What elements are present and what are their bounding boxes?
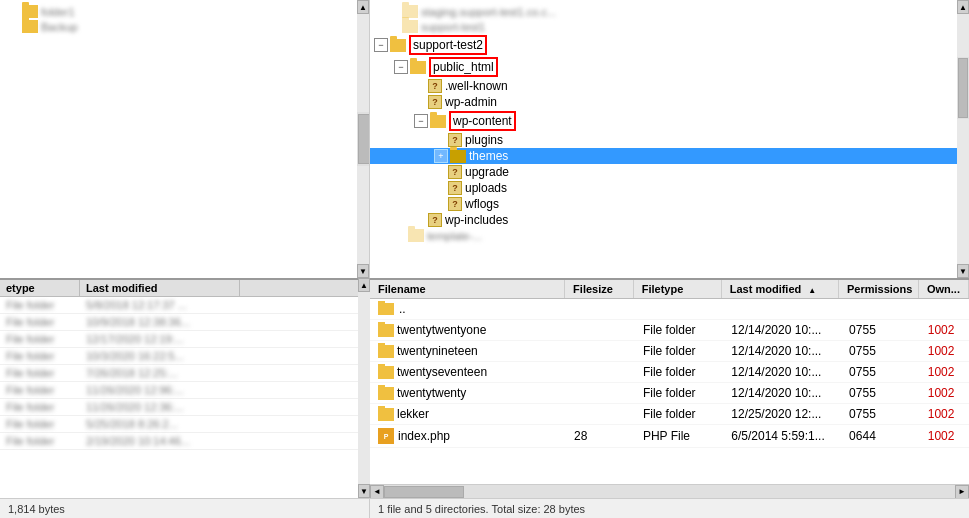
scroll-thumb[interactable] xyxy=(358,114,369,164)
question-icon: ? xyxy=(448,133,462,147)
left-cell-type: File folder xyxy=(0,434,80,448)
right-panel: staging.support-test1.co.c... support-te… xyxy=(370,0,969,518)
owner-cell: 1002 xyxy=(920,428,969,444)
filetype-cell: File folder xyxy=(635,364,723,380)
tree-node-staging[interactable]: staging.support-test1.co.c... xyxy=(370,4,969,19)
filesize-cell xyxy=(566,329,635,331)
list-item[interactable]: File folder 5/25/2018 8:26:2... xyxy=(0,416,369,433)
etype-col-header: etype xyxy=(0,280,80,296)
list-item[interactable]: File folder 7/26/2018 12:25:... xyxy=(0,365,369,382)
file-name-cell: lekker xyxy=(370,406,566,422)
permissions-col-header[interactable]: Permissions xyxy=(839,280,919,298)
filetype-col-header[interactable]: Filetype xyxy=(634,280,722,298)
left-cell-type: File folder xyxy=(0,315,80,329)
collapse-icon[interactable]: − xyxy=(394,60,408,74)
file-row-twentyseventeen[interactable]: twentyseventeen File folder 12/14/2020 1… xyxy=(370,362,969,383)
left-cell-type: File folder xyxy=(0,383,80,397)
node-label-wp-includes: wp-includes xyxy=(445,213,508,227)
scroll-down-btn2[interactable]: ▼ xyxy=(358,484,369,498)
scroll-thumb3[interactable] xyxy=(958,58,968,118)
list-item[interactable]: File folder 2/19/2020 10:14:46... xyxy=(0,433,369,450)
last-modified-col-header: Last modified xyxy=(80,280,240,296)
hscroll-track[interactable] xyxy=(384,485,955,498)
folder-icon xyxy=(378,387,394,400)
filetype-cell: File folder xyxy=(635,385,723,401)
tree-node-well-known[interactable]: ? .well-known xyxy=(370,78,969,94)
collapse-icon[interactable]: − xyxy=(374,38,388,52)
scroll-up-btn2[interactable]: ▲ xyxy=(358,278,369,292)
scroll-left-btn[interactable]: ◄ xyxy=(370,485,384,499)
tree-node-wp-includes[interactable]: ? wp-includes xyxy=(370,212,969,228)
file-list-header: Filename Filesize Filetype Last modified… xyxy=(370,280,969,299)
node-label-upgrade: upgrade xyxy=(465,165,509,179)
owner-col-header[interactable]: Own... xyxy=(919,280,969,298)
php-file-icon: P xyxy=(378,428,394,444)
file-row-lekker[interactable]: lekker File folder 12/25/2020 12:... 075… xyxy=(370,404,969,425)
file-row-parent[interactable]: .. xyxy=(370,299,969,320)
list-item[interactable]: File folder 10/9/2018 12:38:36... xyxy=(0,314,369,331)
modified-cell: 6/5/2014 5:59:1... xyxy=(723,428,841,444)
last-modified-col-header[interactable]: Last modified ▲ xyxy=(722,280,839,298)
filename-text: twentytwenty xyxy=(397,386,466,400)
folder-icon xyxy=(378,366,394,379)
right-top-vscroll[interactable]: ▲ ▼ xyxy=(957,0,969,278)
scroll-up-btn3[interactable]: ▲ xyxy=(957,0,969,14)
permissions-cell: 0755 xyxy=(841,406,920,422)
file-row-twentynineteen[interactable]: twentynineteen File folder 12/14/2020 10… xyxy=(370,341,969,362)
left-bottom-vscroll[interactable]: ▲ ▼ xyxy=(358,278,369,498)
node-label-wp-admin: wp-admin xyxy=(445,95,497,109)
left-list-body[interactable]: File folder 5/8/2018 12:17:37 ... File f… xyxy=(0,297,369,493)
permissions-cell: 0755 xyxy=(841,322,920,338)
question-icon: ? xyxy=(428,213,442,227)
hscroll-bar[interactable]: ◄ ► xyxy=(370,484,969,498)
owner-cell: 1002 xyxy=(920,385,969,401)
list-item[interactable]: File folder 5/8/2018 12:17:37 ... xyxy=(0,297,369,314)
modified-cell xyxy=(723,308,841,310)
list-item[interactable]: File folder 12/17/2020 12:19:... xyxy=(0,331,369,348)
tree-node-wp-admin[interactable]: ? wp-admin xyxy=(370,94,969,110)
tree-node-wflogs[interactable]: ? wflogs xyxy=(370,196,969,212)
filename-text: lekker xyxy=(397,407,429,421)
left-cell-type: File folder xyxy=(0,349,80,363)
scroll-down-btn3[interactable]: ▼ xyxy=(957,264,969,278)
left-tree-node-backup[interactable]: Backup xyxy=(0,19,369,34)
tree-node-plugins[interactable]: ? plugins xyxy=(370,132,969,148)
expand-icon[interactable]: + xyxy=(434,149,448,163)
left-cell-type: File folder xyxy=(0,400,80,414)
right-tree-scroll[interactable]: staging.support-test1.co.c... support-te… xyxy=(370,0,969,278)
left-tree-scroll[interactable]: folder1 Backup xyxy=(0,0,369,278)
tree-node-public-html[interactable]: − public_html xyxy=(370,56,969,78)
filename-col-header[interactable]: Filename xyxy=(370,280,565,298)
tree-node-wp-content[interactable]: − wp-content xyxy=(370,110,969,132)
scroll-up-btn[interactable]: ▲ xyxy=(357,0,369,14)
file-list-body[interactable]: .. twentytwentyone File folder xyxy=(370,299,969,484)
node-label-template: template-... xyxy=(427,230,482,242)
folder-icon xyxy=(430,115,446,128)
right-tree-area: staging.support-test1.co.c... support-te… xyxy=(370,0,969,278)
modified-cell: 12/25/2020 12:... xyxy=(723,406,841,422)
file-name-cell: twentynineteen xyxy=(370,343,566,359)
tree-node-themes[interactable]: + themes xyxy=(370,148,969,164)
list-item[interactable]: File folder 11/26/2020 12:96:... xyxy=(0,382,369,399)
node-label-plugins: plugins xyxy=(465,133,503,147)
tree-node-support-test1[interactable]: support-test1 xyxy=(370,19,969,34)
list-item[interactable]: File folder 11/26/2020 12:36:... xyxy=(0,399,369,416)
tree-node-upgrade[interactable]: ? upgrade xyxy=(370,164,969,180)
scroll-down-btn[interactable]: ▼ xyxy=(357,264,369,278)
left-tree-node-folder1[interactable]: folder1 xyxy=(0,4,369,19)
file-row-index-php[interactable]: P index.php 28 PHP File 6/5/2014 5:59:1.… xyxy=(370,425,969,448)
node-label-wp-content: wp-content xyxy=(449,111,516,131)
list-item[interactable]: File folder 10/3/2020 16:22:5... xyxy=(0,348,369,365)
hscroll-thumb[interactable] xyxy=(384,486,464,498)
file-row-twentytwentyone[interactable]: twentytwentyone File folder 12/14/2020 1… xyxy=(370,320,969,341)
scroll-right-btn[interactable]: ► xyxy=(955,485,969,499)
collapse-icon[interactable]: − xyxy=(414,114,428,128)
left-vscroll[interactable]: ▲ ▼ xyxy=(357,0,369,278)
permissions-cell xyxy=(841,308,920,310)
tree-node-uploads[interactable]: ? uploads xyxy=(370,180,969,196)
right-file-list-panel: Filename Filesize Filetype Last modified… xyxy=(370,278,969,498)
file-row-twentytwenty[interactable]: twentytwenty File folder 12/14/2020 10:.… xyxy=(370,383,969,404)
tree-node-template[interactable]: template-... xyxy=(370,228,969,243)
tree-node-support-test2[interactable]: − support-test2 xyxy=(370,34,969,56)
filesize-col-header[interactable]: Filesize xyxy=(565,280,634,298)
